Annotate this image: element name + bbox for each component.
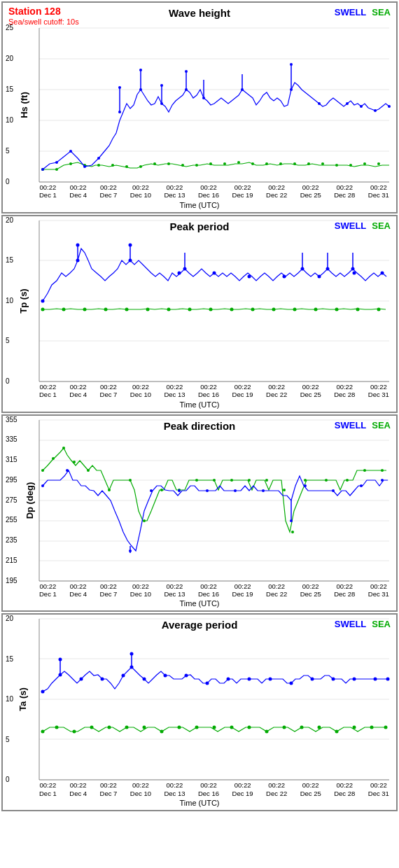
x-tick: 00:22Dec 25 xyxy=(300,183,321,200)
svg-point-69 xyxy=(41,307,45,311)
svg-point-86 xyxy=(41,299,45,302)
svg-point-79 xyxy=(251,307,255,311)
svg-point-22 xyxy=(237,161,240,164)
svg-point-141 xyxy=(41,484,44,487)
svg-point-136 xyxy=(304,479,307,482)
svg-point-104 xyxy=(283,274,286,278)
wave-height-legend: SWELL SEA xyxy=(335,7,391,18)
x-tick: 00:22Dec 28 xyxy=(334,582,355,598)
svg-point-120 xyxy=(52,457,55,460)
svg-point-45 xyxy=(160,102,163,105)
svg-point-105 xyxy=(318,274,321,278)
svg-point-88 xyxy=(76,258,80,262)
ytick: 25 xyxy=(6,24,13,31)
svg-point-186 xyxy=(59,673,62,677)
svg-point-178 xyxy=(300,726,304,729)
svg-point-18 xyxy=(181,164,184,167)
svg-point-147 xyxy=(150,489,153,492)
svg-point-149 xyxy=(206,489,209,492)
svg-point-61 xyxy=(388,105,391,108)
svg-point-37 xyxy=(97,157,100,160)
svg-point-123 xyxy=(87,469,90,472)
svg-point-21 xyxy=(223,162,226,165)
svg-point-102 xyxy=(213,271,216,274)
svg-point-20 xyxy=(209,162,212,165)
svg-point-170 xyxy=(160,730,164,734)
svg-point-94 xyxy=(183,267,187,270)
svg-point-191 xyxy=(80,678,83,681)
svg-point-46 xyxy=(160,84,163,87)
x-tick: 00:22Dec 19 xyxy=(232,183,253,200)
x-tick: 00:22Dec 31 xyxy=(368,781,389,797)
x-tick: 00:22Dec 4 xyxy=(69,781,87,797)
svg-point-177 xyxy=(283,726,286,729)
x-tick: 00:22Dec 16 xyxy=(198,183,219,200)
svg-point-101 xyxy=(178,271,181,274)
svg-point-183 xyxy=(384,726,388,729)
svg-point-100 xyxy=(351,267,355,270)
svg-point-23 xyxy=(251,162,254,165)
legend-swell-1: SWELL xyxy=(335,7,367,18)
peak-period-ylabel: Tp (s) xyxy=(18,288,29,313)
svg-point-19 xyxy=(195,164,198,167)
svg-point-121 xyxy=(62,447,65,449)
svg-point-137 xyxy=(325,479,328,482)
svg-point-200 xyxy=(269,678,272,681)
x-tick: 00:22Dec 7 xyxy=(100,781,118,797)
svg-point-75 xyxy=(167,307,171,311)
svg-point-204 xyxy=(353,678,356,681)
svg-point-85 xyxy=(377,307,381,311)
svg-point-33 xyxy=(41,168,44,171)
x-tick: 00:22Dec 1 xyxy=(39,781,57,797)
svg-point-17 xyxy=(167,162,170,165)
svg-point-30 xyxy=(349,164,352,167)
station-name: Station 128 xyxy=(8,6,79,18)
svg-point-203 xyxy=(332,678,335,681)
svg-point-184 xyxy=(41,690,45,694)
x-tick: 00:22Dec 10 xyxy=(130,781,151,797)
svg-point-182 xyxy=(370,726,374,729)
svg-point-173 xyxy=(213,726,216,729)
svg-point-28 xyxy=(321,162,324,165)
svg-point-163 xyxy=(41,730,45,734)
svg-point-144 xyxy=(129,550,132,552)
svg-point-195 xyxy=(164,674,167,678)
svg-point-140 xyxy=(381,469,384,472)
avg-period-panel: Average period SWELL SEA Ta (s) 0 5 10 1… xyxy=(1,613,398,811)
svg-point-197 xyxy=(206,682,209,685)
x-tick: 00:22Dec 7 xyxy=(100,582,118,598)
x-title-2: Time (UTC) xyxy=(3,400,396,409)
peak-period-chart xyxy=(39,220,389,382)
svg-point-153 xyxy=(332,489,335,492)
x-tick: 00:22Dec 16 xyxy=(198,781,219,797)
svg-point-25 xyxy=(279,162,282,165)
svg-point-139 xyxy=(363,469,366,472)
svg-point-53 xyxy=(241,88,244,91)
peak-period-panel: Peak period SWELL SEA Tp (s) 0 5 10 15 2… xyxy=(1,215,398,413)
svg-point-196 xyxy=(185,674,188,678)
wave-height-title: Wave height xyxy=(169,7,230,19)
svg-point-171 xyxy=(178,726,181,729)
svg-point-126 xyxy=(143,519,146,522)
svg-point-82 xyxy=(314,307,318,311)
svg-point-70 xyxy=(62,307,66,311)
svg-point-91 xyxy=(129,258,132,262)
svg-point-172 xyxy=(195,726,199,729)
svg-point-12 xyxy=(97,164,100,167)
svg-point-32 xyxy=(377,162,380,165)
x-tick: 00:22Dec 22 xyxy=(266,582,287,598)
svg-point-201 xyxy=(290,682,293,685)
svg-point-84 xyxy=(356,307,360,311)
svg-point-180 xyxy=(335,730,339,734)
svg-point-174 xyxy=(230,726,234,729)
x-tick: 00:22Dec 16 xyxy=(198,383,219,399)
x-title-1: Time (UTC) xyxy=(3,201,396,209)
svg-point-125 xyxy=(129,479,132,482)
x-tick: 00:22Dec 25 xyxy=(300,582,321,598)
x-tick: 00:22Dec 22 xyxy=(266,183,287,200)
svg-point-132 xyxy=(248,479,251,482)
svg-point-43 xyxy=(139,69,142,71)
ytick: 10 xyxy=(6,116,13,124)
x-title-4: Time (UTC) xyxy=(3,799,396,807)
x-axis-peak-period: 00:22Dec 1 00:22Dec 4 00:22Dec 7 00:22De… xyxy=(39,382,389,400)
